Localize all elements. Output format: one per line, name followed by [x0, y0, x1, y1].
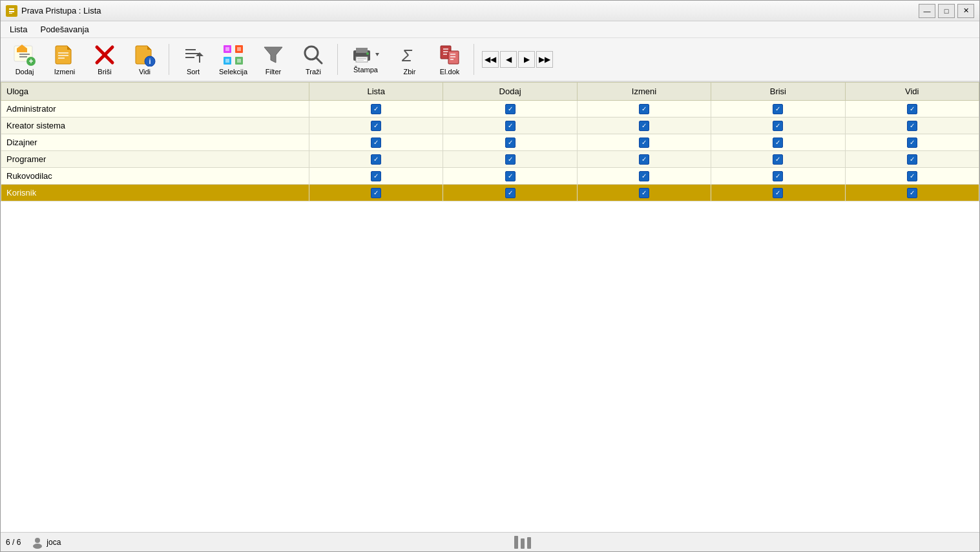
cell-brisi[interactable]: ✓ — [711, 118, 845, 134]
checkbox-checked[interactable]: ✓ — [639, 188, 649, 198]
dodaj-button[interactable]: + Dodaj — [6, 41, 43, 77]
col-lista: Lista — [309, 83, 443, 101]
checkbox-checked[interactable]: ✓ — [505, 104, 516, 114]
checkbox-checked[interactable]: ✓ — [639, 154, 649, 165]
menu-podesavanja[interactable]: Podešavanja — [34, 23, 95, 36]
cell-lista[interactable]: ✓ — [309, 118, 443, 134]
stampa-button[interactable]: Štampa — [343, 41, 388, 77]
sort-button[interactable]: Sort — [174, 41, 212, 77]
table-row[interactable]: Kreator sistema✓✓✓✓✓ — [1, 118, 979, 134]
cell-lista[interactable]: ✓ — [309, 101, 443, 118]
cell-brisi[interactable]: ✓ — [711, 134, 845, 151]
zbir-button[interactable]: Σ Zbir — [391, 41, 428, 77]
table-row[interactable]: Rukovodilac✓✓✓✓✓ — [1, 168, 979, 185]
cell-vidi[interactable]: ✓ — [845, 134, 979, 151]
checkbox-checked[interactable]: ✓ — [505, 154, 516, 165]
cell-izmeni[interactable]: ✓ — [577, 134, 711, 151]
svg-rect-45 — [443, 54, 447, 55]
checkbox-checked[interactable]: ✓ — [371, 121, 381, 131]
checkbox-checked[interactable]: ✓ — [773, 154, 783, 165]
cell-vidi[interactable]: ✓ — [845, 185, 979, 201]
close-button[interactable]: ✕ — [957, 4, 974, 18]
cell-lista[interactable]: ✓ — [309, 134, 443, 151]
izmeni-button[interactable]: Izmeni — [46, 41, 83, 77]
cell-izmeni[interactable]: ✓ — [577, 151, 711, 168]
checkbox-checked[interactable]: ✓ — [907, 121, 917, 131]
checkbox-checked[interactable]: ✓ — [505, 121, 516, 131]
table-row[interactable]: Korisnik✓✓✓✓✓ — [1, 185, 979, 201]
cell-vidi[interactable]: ✓ — [845, 151, 979, 168]
nav-last-button[interactable]: ▶▶ — [536, 51, 553, 68]
checkbox-checked[interactable]: ✓ — [371, 188, 381, 198]
cell-vidi[interactable]: ✓ — [845, 168, 979, 185]
cell-dodaj[interactable]: ✓ — [443, 168, 577, 185]
checkbox-checked[interactable]: ✓ — [371, 171, 381, 181]
checkbox-checked[interactable]: ✓ — [639, 121, 649, 131]
checkbox-checked[interactable]: ✓ — [639, 138, 649, 148]
checkbox-checked[interactable]: ✓ — [773, 138, 783, 148]
svg-marker-40 — [375, 53, 379, 56]
svg-text:+: + — [28, 57, 33, 66]
checkbox-checked[interactable]: ✓ — [505, 138, 516, 148]
checkbox-checked[interactable]: ✓ — [907, 188, 917, 198]
cell-uloga: Rukovodilac — [1, 168, 309, 185]
cell-dodaj[interactable]: ✓ — [443, 185, 577, 201]
checkbox-checked[interactable]: ✓ — [773, 121, 783, 131]
cell-lista[interactable]: ✓ — [309, 185, 443, 201]
trazi-button[interactable]: Traži — [295, 41, 332, 77]
checkbox-checked[interactable]: ✓ — [907, 154, 917, 165]
cell-brisi[interactable]: ✓ — [711, 151, 845, 168]
cell-izmeni[interactable]: ✓ — [577, 101, 711, 118]
brisi-button[interactable]: Briši — [86, 41, 123, 77]
cell-dodaj[interactable]: ✓ — [443, 134, 577, 151]
eldok-button[interactable]: El.dok — [431, 41, 468, 77]
nav-next-button[interactable]: ▶ — [518, 51, 535, 68]
checkbox-checked[interactable]: ✓ — [639, 104, 649, 114]
cell-brisi[interactable]: ✓ — [711, 185, 845, 201]
checkbox-checked[interactable]: ✓ — [371, 104, 381, 114]
svg-rect-1 — [9, 8, 14, 10]
checkbox-checked[interactable]: ✓ — [773, 171, 783, 181]
sep2 — [337, 44, 338, 75]
checkbox-checked[interactable]: ✓ — [773, 104, 783, 114]
checkbox-checked[interactable]: ✓ — [371, 138, 381, 148]
selekcija-button[interactable]: Selekcija — [214, 41, 252, 77]
cell-vidi[interactable]: ✓ — [845, 118, 979, 134]
nav-prev-button[interactable]: ◀ — [500, 51, 517, 68]
checkbox-checked[interactable]: ✓ — [639, 171, 649, 181]
svg-text:Σ: Σ — [401, 46, 413, 65]
checkbox-checked[interactable]: ✓ — [505, 171, 516, 181]
menu-lista[interactable]: Lista — [3, 23, 34, 36]
col-brisi: Brisi — [711, 83, 845, 101]
cell-brisi[interactable]: ✓ — [711, 101, 845, 118]
cell-izmeni[interactable]: ✓ — [577, 168, 711, 185]
checkbox-checked[interactable]: ✓ — [907, 171, 917, 181]
table-row[interactable]: Programer✓✓✓✓✓ — [1, 151, 979, 168]
minimize-button[interactable]: ― — [919, 4, 935, 18]
cell-brisi[interactable]: ✓ — [711, 168, 845, 185]
main-window: Prava Pristupa : Lista ― □ ✕ Lista Podeš… — [0, 0, 980, 552]
sep1 — [169, 44, 169, 75]
cell-izmeni[interactable]: ✓ — [577, 118, 711, 134]
checkbox-checked[interactable]: ✓ — [371, 154, 381, 165]
table-area[interactable]: Uloga Lista Dodaj Izmeni Brisi Vidi Admi… — [1, 82, 979, 532]
cell-lista[interactable]: ✓ — [309, 151, 443, 168]
cell-lista[interactable]: ✓ — [309, 168, 443, 185]
nav-first-button[interactable]: ◀◀ — [482, 51, 499, 68]
vidi-button[interactable]: i Vidi — [126, 41, 163, 77]
svg-rect-3 — [9, 13, 12, 14]
checkbox-checked[interactable]: ✓ — [505, 188, 516, 198]
cell-dodaj[interactable]: ✓ — [443, 101, 577, 118]
checkbox-checked[interactable]: ✓ — [907, 104, 917, 114]
maximize-button[interactable]: □ — [938, 4, 955, 18]
cell-vidi[interactable]: ✓ — [845, 101, 979, 118]
cell-dodaj[interactable]: ✓ — [443, 118, 577, 134]
filter-button[interactable]: Filter — [255, 41, 292, 77]
table-row[interactable]: Dizajner✓✓✓✓✓ — [1, 134, 979, 151]
checkbox-checked[interactable]: ✓ — [773, 188, 783, 198]
cell-izmeni[interactable]: ✓ — [577, 185, 711, 201]
checkbox-checked[interactable]: ✓ — [907, 138, 917, 148]
cell-dodaj[interactable]: ✓ — [443, 151, 577, 168]
table-row[interactable]: Administrator✓✓✓✓✓ — [1, 101, 979, 118]
svg-rect-12 — [58, 55, 68, 56]
